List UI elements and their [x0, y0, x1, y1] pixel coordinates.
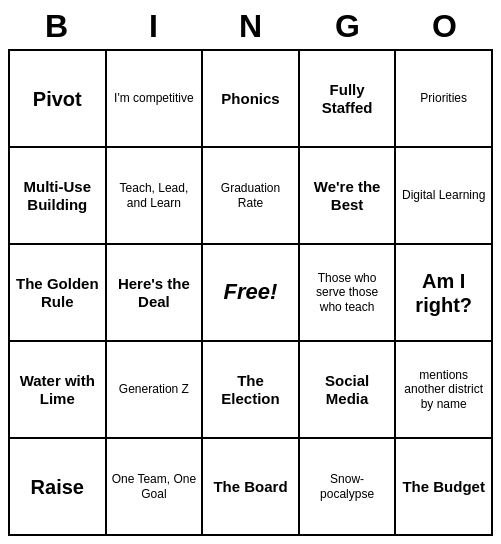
- letter-i: I: [105, 8, 202, 45]
- bingo-cell[interactable]: The Budget: [396, 439, 493, 536]
- bingo-cell[interactable]: Teach, Lead, and Learn: [107, 148, 204, 245]
- cell-text: Multi-Use Building: [14, 178, 101, 214]
- cell-text: Snow-pocalypse: [304, 472, 391, 501]
- cell-text: The Golden Rule: [14, 275, 101, 311]
- letter-n: N: [202, 8, 299, 45]
- bingo-grid: PivotI'm competitivePhonicsFully Staffed…: [8, 49, 493, 536]
- bingo-cell[interactable]: The Board: [203, 439, 300, 536]
- bingo-cell[interactable]: Pivot: [10, 51, 107, 148]
- bingo-cell[interactable]: One Team, One Goal: [107, 439, 204, 536]
- bingo-header: B I N G O: [8, 8, 493, 45]
- cell-text: We're the Best: [304, 178, 391, 214]
- bingo-cell[interactable]: Am I right?: [396, 245, 493, 342]
- cell-text: The Election: [207, 372, 294, 408]
- bingo-cell[interactable]: Here's the Deal: [107, 245, 204, 342]
- cell-text: Graduation Rate: [207, 181, 294, 210]
- bingo-cell[interactable]: Raise: [10, 439, 107, 536]
- bingo-cell[interactable]: Free!: [203, 245, 300, 342]
- bingo-cell[interactable]: Generation Z: [107, 342, 204, 439]
- bingo-cell[interactable]: The Election: [203, 342, 300, 439]
- cell-text: Water with Lime: [14, 372, 101, 408]
- bingo-cell[interactable]: Water with Lime: [10, 342, 107, 439]
- bingo-cell[interactable]: Graduation Rate: [203, 148, 300, 245]
- cell-text: Generation Z: [119, 382, 189, 396]
- letter-g: G: [299, 8, 396, 45]
- cell-text: Pivot: [33, 87, 82, 111]
- cell-text: The Budget: [402, 478, 485, 496]
- bingo-cell[interactable]: Social Media: [300, 342, 397, 439]
- cell-text: Raise: [31, 475, 84, 499]
- bingo-cell[interactable]: Those who serve those who teach: [300, 245, 397, 342]
- letter-b: B: [8, 8, 105, 45]
- bingo-cell[interactable]: We're the Best: [300, 148, 397, 245]
- cell-text: I'm competitive: [114, 91, 194, 105]
- cell-text: Here's the Deal: [111, 275, 198, 311]
- cell-text: The Board: [213, 478, 287, 496]
- bingo-cell[interactable]: I'm competitive: [107, 51, 204, 148]
- cell-text: Those who serve those who teach: [304, 271, 391, 314]
- bingo-cell[interactable]: The Golden Rule: [10, 245, 107, 342]
- bingo-cell[interactable]: Phonics: [203, 51, 300, 148]
- bingo-cell[interactable]: Multi-Use Building: [10, 148, 107, 245]
- cell-text: One Team, One Goal: [111, 472, 198, 501]
- cell-text: Phonics: [221, 90, 279, 108]
- cell-text: Social Media: [304, 372, 391, 408]
- cell-text: Priorities: [420, 91, 467, 105]
- bingo-cell[interactable]: Digital Learning: [396, 148, 493, 245]
- cell-text: Teach, Lead, and Learn: [111, 181, 198, 210]
- bingo-cell[interactable]: Fully Staffed: [300, 51, 397, 148]
- cell-text: Fully Staffed: [304, 81, 391, 117]
- bingo-cell[interactable]: mentions another district by name: [396, 342, 493, 439]
- letter-o: O: [396, 8, 493, 45]
- bingo-cell[interactable]: Snow-pocalypse: [300, 439, 397, 536]
- cell-text: Am I right?: [400, 269, 487, 317]
- bingo-cell[interactable]: Priorities: [396, 51, 493, 148]
- cell-text: Free!: [224, 279, 278, 305]
- cell-text: mentions another district by name: [400, 368, 487, 411]
- cell-text: Digital Learning: [402, 188, 485, 202]
